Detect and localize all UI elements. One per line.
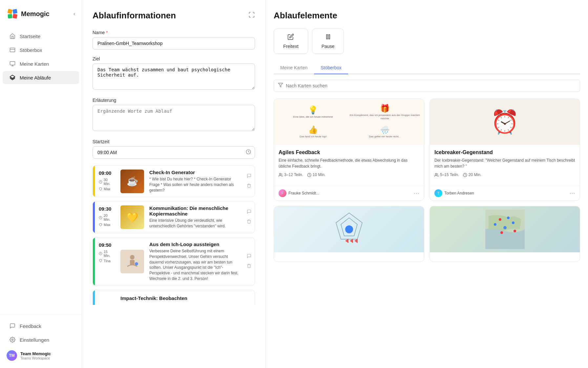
home-icon xyxy=(9,33,16,39)
svg-rect-2 xyxy=(12,9,17,14)
inbox-icon xyxy=(9,47,16,53)
svg-point-10 xyxy=(12,339,13,341)
required-indicator: * xyxy=(106,30,108,35)
schedule-title: Impact-Technik: Beobachten xyxy=(120,295,252,301)
sidebar-item-meine-ablaufe[interactable]: Meine Abläufe xyxy=(3,71,79,84)
search-bar xyxy=(274,80,580,92)
element-buttons: Freitext Pause xyxy=(274,29,580,54)
schedule-time: 09:30 xyxy=(99,206,111,212)
svg-point-36 xyxy=(503,226,507,229)
svg-point-35 xyxy=(512,221,514,224)
layers-icon xyxy=(9,74,16,81)
schedule-title: Kommunikation: Die menschliche Kopiermas… xyxy=(149,205,241,217)
schedule-list: 09:00 30 Min. Max ☕ Check-In Gen xyxy=(93,165,255,309)
sidebar-item-label: Meine Abläufe xyxy=(20,75,51,80)
author-avatar: T xyxy=(434,189,442,197)
svg-point-34 xyxy=(494,223,496,226)
startzeit-input[interactable] xyxy=(93,146,255,159)
card-title: Icebreaker-Gegenstand xyxy=(434,150,575,155)
presenter-meta: Tina xyxy=(99,259,115,263)
expand-button[interactable] xyxy=(248,12,255,20)
delete-button[interactable] xyxy=(246,263,252,270)
schedule-item: 09:00 30 Min. Max ☕ Check-In Gen xyxy=(93,165,255,197)
svg-rect-3 xyxy=(8,14,12,18)
schedule-meta: 15 Min. Tina xyxy=(99,250,115,263)
sidebar-profile[interactable]: TM Team Memogic Teams Workspace xyxy=(0,347,82,364)
freitext-button[interactable]: Freitext xyxy=(274,29,308,54)
card-icon xyxy=(9,60,16,67)
pause-button[interactable]: Pause xyxy=(312,29,344,54)
sidebar-item-label: Startseite xyxy=(20,34,40,39)
svg-rect-5 xyxy=(10,48,15,52)
form-panel: Ablaufinformationen Name * Ziel Das Team… xyxy=(82,0,266,368)
card-body: Icebreaker-Gegenstand Der Icebreaker-Geg… xyxy=(430,145,580,186)
svg-point-33 xyxy=(507,217,510,219)
ziel-label: Ziel xyxy=(93,56,255,61)
pause-label: Pause xyxy=(322,44,335,49)
card-meta: 3–12 Teiln. 10 Min. xyxy=(279,172,419,177)
card-body xyxy=(430,252,580,262)
tab-stoberbox[interactable]: Stöberbox xyxy=(314,62,348,74)
tab-meine-karten[interactable]: Meine Karten xyxy=(274,62,314,74)
schedule-content: Kommunikation: Die menschliche Kopiermas… xyxy=(147,201,243,233)
svg-rect-1 xyxy=(7,9,12,14)
card-more-button[interactable]: ⋯ xyxy=(413,190,419,197)
schedule-time-col xyxy=(95,290,118,305)
feedback-icon-3: 👍 Das fand ich heute top! xyxy=(278,123,348,141)
delete-button[interactable] xyxy=(246,218,252,226)
schedule-desc: Verbessere Deine Selbstführung mit einem… xyxy=(149,248,241,282)
comment-button[interactable] xyxy=(246,209,252,216)
comment-button[interactable] xyxy=(246,173,252,180)
ziel-textarea[interactable]: Das Team wächst zusammen und baut psycho… xyxy=(93,63,255,90)
message-icon xyxy=(9,323,16,329)
logo-icon xyxy=(7,8,18,20)
card-author: F Frauke Schmidt... xyxy=(279,189,319,197)
sidebar-item-meine-karten[interactable]: Meine Karten xyxy=(3,57,79,70)
duration-meta: 20 Min. xyxy=(99,214,115,221)
presenter-meta: Max xyxy=(99,223,115,227)
svg-marker-20 xyxy=(278,83,283,87)
svg-point-23 xyxy=(435,173,437,174)
duration-meta: 20 Min. xyxy=(463,172,481,177)
delete-button[interactable] xyxy=(246,183,252,190)
schedule-item: 09:30 20 Min. Max 💛 Kommunikati xyxy=(93,201,255,233)
erlauterung-textarea[interactable] xyxy=(93,105,255,131)
sidebar-item-label: Meine Karten xyxy=(20,61,49,67)
schedule-content: Check-In Generator * Wie bist Du heute h… xyxy=(147,166,243,197)
tabs: Meine Karten Stöberbox xyxy=(274,62,580,74)
freitext-label: Freitext xyxy=(283,44,299,49)
card-desc: Eine einfache, schnelle Feedbackmethode,… xyxy=(279,157,419,169)
search-input[interactable] xyxy=(286,83,576,88)
sidebar-collapse-button[interactable]: ‹ xyxy=(74,11,75,17)
schedule-title: Aus dem Ich-Loop aussteigen xyxy=(149,242,241,247)
card-more-button[interactable]: ⋯ xyxy=(569,190,575,197)
filter-button[interactable] xyxy=(278,82,283,89)
card-image: 💡 Eine Idee, die ich heute mitnehme 🎁 Ei… xyxy=(274,99,424,145)
sidebar-item-feedback[interactable]: Feedback xyxy=(3,319,79,333)
schedule-meta: 20 Min. Max xyxy=(99,214,115,227)
comment-button[interactable] xyxy=(246,253,252,260)
schedule-image: 💛 xyxy=(120,205,144,229)
sidebar-logo: Memogic ‹ xyxy=(0,0,82,26)
sidebar-item-stoberbox[interactable]: Stöberbox xyxy=(3,43,79,57)
sidebar-item-label: Einstellungen xyxy=(20,337,49,343)
name-field-group: Name * xyxy=(93,30,255,50)
presenter-meta: Max xyxy=(99,187,115,191)
schedule-meta: 30 Min. Max xyxy=(99,178,115,191)
card-footer: T Torben Andresen ⋯ xyxy=(430,186,580,200)
schedule-time-col: 09:50 15 Min. Tina xyxy=(95,238,118,286)
name-input[interactable] xyxy=(93,37,255,50)
card-3 xyxy=(274,206,424,262)
card-image xyxy=(274,206,424,252)
erlauterung-field-group: Erläuterung xyxy=(93,98,255,132)
avatar: TM xyxy=(7,350,17,361)
edit-icon xyxy=(287,34,294,42)
sidebar: Memogic ‹ Startseite Stöberbox Meine Kar… xyxy=(0,0,82,368)
sidebar-item-einstellungen[interactable]: Einstellungen xyxy=(3,333,79,346)
card-body: Agiles Feedback Eine einfache, schnelle … xyxy=(274,145,424,186)
card-author: T Torben Andresen xyxy=(434,189,474,197)
card-meta: 5–15 Teiln. 20 Min. xyxy=(434,172,575,177)
sidebar-item-startseite[interactable]: Startseite xyxy=(3,30,79,43)
svg-point-15 xyxy=(130,255,135,260)
svg-point-27 xyxy=(345,225,353,233)
